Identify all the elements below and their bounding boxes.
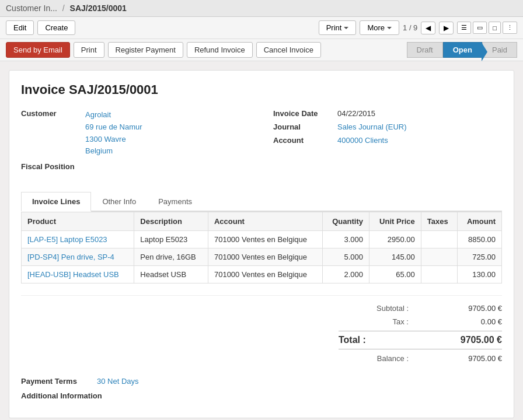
account-link[interactable]: 400000 Clients bbox=[337, 136, 388, 145]
breadcrumb-parent[interactable]: Customer In... bbox=[6, 4, 57, 13]
tab-payments[interactable]: Payments bbox=[147, 192, 203, 212]
cell-taxes bbox=[421, 266, 457, 284]
tab-invoice-lines[interactable]: Invoice Lines bbox=[21, 192, 91, 212]
totals-table: Subtotal : 9705.00 € Tax : 0.00 € Total … bbox=[339, 302, 502, 365]
more-label: More bbox=[367, 23, 385, 32]
subtotal-row: Subtotal : 9705.00 € bbox=[339, 302, 502, 315]
customer-label: Customer bbox=[21, 109, 85, 118]
more-button[interactable]: More bbox=[360, 20, 399, 35]
more-caret bbox=[387, 27, 392, 29]
payment-terms-row: Payment Terms 30 Net Days bbox=[21, 377, 502, 386]
info-left: Customer Agrolait 69 rue de Namur 1300 W… bbox=[21, 109, 250, 180]
cell-description: Laptop E5023 bbox=[134, 231, 208, 249]
customer-field: Customer Agrolait 69 rue de Namur 1300 W… bbox=[21, 109, 250, 158]
balance-label: Balance : bbox=[339, 354, 409, 363]
calendar-view-icon[interactable]: □ bbox=[489, 22, 501, 34]
tax-row: Tax : 0.00 € bbox=[339, 315, 502, 328]
cell-account: 701000 Ventes en Belgique bbox=[208, 231, 322, 249]
cell-description: Pen drive, 16GB bbox=[134, 249, 208, 266]
info-right: Invoice Date 04/22/2015 Journal Sales Jo… bbox=[273, 109, 502, 180]
total-value: 9705.00 € bbox=[461, 335, 502, 345]
totals-section: Subtotal : 9705.00 € Tax : 0.00 € Total … bbox=[21, 295, 502, 365]
invoice-date-value: 04/22/2015 bbox=[337, 109, 375, 118]
cell-account: 701000 Ventes en Belgique bbox=[208, 249, 322, 266]
breadcrumb-separator: / bbox=[62, 4, 65, 13]
table-row: [LAP-E5] Laptop E5023 Laptop E5023 70100… bbox=[22, 231, 502, 249]
cell-unit-price: 2950.00 bbox=[369, 231, 421, 249]
product-link[interactable]: [HEAD-USB] Headset USB bbox=[27, 270, 119, 279]
product-link[interactable]: [PD-SP4] Pen drive, SP-4 bbox=[27, 253, 114, 261]
cell-quantity: 3.000 bbox=[322, 231, 369, 249]
additional-info-row: Additional Information bbox=[21, 391, 502, 400]
col-unit-price: Unit Price bbox=[369, 212, 421, 231]
bottom-fields: Payment Terms 30 Net Days Additional Inf… bbox=[21, 377, 502, 400]
customer-name-link[interactable]: Agrolait bbox=[85, 110, 111, 119]
tabs: Invoice Lines Other Info Payments bbox=[21, 192, 502, 212]
account-label: Account bbox=[273, 136, 337, 145]
account-field: Account 400000 Clients bbox=[273, 136, 502, 145]
journal-field: Journal Sales Journal (EUR) bbox=[273, 123, 502, 131]
info-grid: Customer Agrolait 69 rue de Namur 1300 W… bbox=[21, 109, 502, 180]
col-amount: Amount bbox=[457, 212, 501, 231]
product-link[interactable]: [LAP-E5] Laptop E5023 bbox=[27, 235, 107, 244]
cell-amount: 130.00 bbox=[457, 266, 501, 284]
payment-terms-label: Payment Terms bbox=[21, 377, 97, 386]
cell-taxes bbox=[421, 249, 457, 266]
refund-invoice-button[interactable]: Refund Invoice bbox=[187, 42, 253, 58]
main-toolbar: Edit Create Print More 1 / 9 ◀ ▶ ☰ ▭ □ ⋮ bbox=[0, 17, 523, 39]
send-email-button[interactable]: Send by Email bbox=[6, 42, 70, 58]
breadcrumb: Customer In... / SAJ/2015/0001 bbox=[0, 0, 523, 17]
journal-link[interactable]: Sales Journal (EUR) bbox=[337, 123, 407, 131]
tab-other-info[interactable]: Other Info bbox=[91, 192, 147, 212]
prev-button[interactable]: ◀ bbox=[421, 22, 435, 34]
status-draft[interactable]: Draft bbox=[407, 42, 443, 58]
breadcrumb-current: SAJ/2015/0001 bbox=[70, 4, 127, 13]
balance-value: 9705.00 € bbox=[444, 354, 502, 363]
view-icons: ☰ ▭ □ ⋮ bbox=[457, 22, 517, 34]
cell-taxes bbox=[421, 231, 457, 249]
status-open[interactable]: Open bbox=[443, 42, 482, 58]
register-payment-button[interactable]: Register Payment bbox=[108, 42, 183, 58]
cell-amount: 8850.00 bbox=[457, 231, 501, 249]
fiscal-position-row: Fiscal Position bbox=[21, 162, 250, 171]
col-quantity: Quantity bbox=[322, 212, 369, 231]
cell-description: Headset USB bbox=[134, 266, 208, 284]
additional-info-label: Additional Information bbox=[21, 391, 102, 400]
customer-address2: 1300 Wavre bbox=[85, 135, 126, 144]
status-paid[interactable]: Paid bbox=[482, 42, 517, 58]
toolbar-right: 1 / 9 ◀ ▶ ☰ ▭ □ ⋮ bbox=[403, 22, 517, 34]
form-view-icon[interactable]: ▭ bbox=[473, 22, 487, 34]
customer-address1: 69 rue de Namur bbox=[85, 123, 142, 131]
cell-amount: 725.00 bbox=[457, 249, 501, 266]
balance-row: Balance : 9705.00 € bbox=[339, 352, 502, 365]
subtotal-value: 9705.00 € bbox=[444, 304, 502, 313]
payment-terms-value: 30 Net Days bbox=[97, 377, 139, 386]
col-product: Product bbox=[22, 212, 134, 231]
extra-view-icon[interactable]: ⋮ bbox=[503, 22, 517, 34]
main-content: Invoice SAJ/2015/0001 Customer Agrolait … bbox=[0, 61, 523, 420]
subtotal-label: Subtotal : bbox=[339, 304, 409, 313]
customer-address3: Belgium bbox=[85, 146, 113, 155]
table-header-row: Product Description Account Quantity Uni… bbox=[22, 212, 502, 231]
invoice-table: Product Description Account Quantity Uni… bbox=[21, 212, 502, 284]
cell-quantity: 2.000 bbox=[322, 266, 369, 284]
tax-value: 0.00 € bbox=[444, 317, 502, 326]
status-bar: Draft Open Paid bbox=[407, 42, 517, 58]
cell-product: [LAP-E5] Laptop E5023 bbox=[22, 231, 134, 249]
list-view-icon[interactable]: ☰ bbox=[457, 22, 471, 34]
next-button[interactable]: ▶ bbox=[439, 22, 454, 34]
edit-button[interactable]: Edit bbox=[6, 20, 34, 35]
payment-terms-link[interactable]: 30 Net Days bbox=[97, 377, 139, 386]
account-value: 400000 Clients bbox=[337, 136, 388, 145]
print-button[interactable]: Print bbox=[319, 20, 357, 35]
total-label: Total : bbox=[339, 335, 366, 345]
print-invoice-button[interactable]: Print bbox=[74, 42, 104, 58]
print-label: Print bbox=[326, 23, 342, 32]
invoice-card: Invoice SAJ/2015/0001 Customer Agrolait … bbox=[9, 70, 514, 418]
cancel-invoice-button[interactable]: Cancel Invoice bbox=[256, 42, 321, 58]
col-taxes: Taxes bbox=[421, 212, 457, 231]
journal-label: Journal bbox=[273, 123, 337, 131]
create-button[interactable]: Create bbox=[37, 20, 75, 35]
pager: 1 / 9 bbox=[403, 23, 417, 32]
total-row: Total : 9705.00 € bbox=[339, 331, 502, 349]
